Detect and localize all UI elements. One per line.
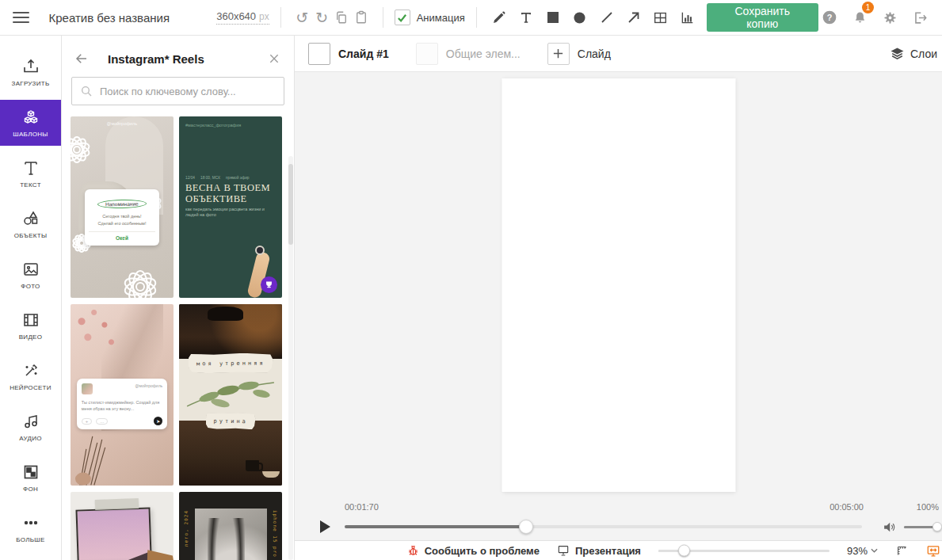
sidebar-item-background[interactable]: ФОН: [0, 452, 61, 503]
help-icon[interactable]: ?: [818, 6, 841, 29]
decor: [208, 307, 242, 321]
template-card-sea-collage[interactable]: [71, 492, 174, 560]
table-tool-icon[interactable]: [650, 6, 672, 29]
decor: [100, 551, 151, 560]
sidebar-label: ТЕКСТ: [20, 181, 41, 189]
sidebar-item-text[interactable]: ТЕКСТ: [0, 148, 61, 199]
torn-label: рутина: [206, 413, 256, 430]
text-icon: [21, 158, 40, 177]
volume-handle[interactable]: [932, 522, 942, 531]
playback-handle[interactable]: [519, 520, 533, 534]
sidebar-item-neural[interactable]: НЕЙРОСЕТИ: [0, 351, 61, 402]
photo-icon: [21, 260, 40, 279]
decor: [255, 246, 265, 255]
sidebar-item-video[interactable]: ВИДЕО: [0, 300, 61, 351]
ellipse-tool-icon[interactable]: [569, 6, 591, 29]
fit-screen-button[interactable]: [926, 544, 940, 558]
add-slide-button[interactable]: [547, 43, 570, 65]
sidebar-item-upload[interactable]: ЗАГРУЗИТЬ: [0, 47, 61, 97]
pencil-tool-icon[interactable]: [488, 6, 510, 29]
chat-message-card: @мойпрофиль Ты стилист-имиджмейкер. Созд…: [77, 379, 167, 430]
chart-tool-icon[interactable]: [677, 6, 699, 29]
slide-thumbnail[interactable]: [308, 43, 330, 65]
more-dots-icon: [21, 513, 40, 532]
search-icon: [80, 85, 93, 97]
template-card-bw-selfie[interactable]: лето, 2024 iphone 15 pro: [179, 492, 282, 560]
layers-button[interactable]: Слои: [890, 46, 939, 61]
presentation-icon: [557, 544, 570, 557]
shared-elements-thumbnail[interactable]: [416, 43, 438, 65]
zoom-slider[interactable]: [658, 550, 829, 552]
animation-toggle[interactable]: Анимация: [395, 10, 465, 25]
report-problem-button[interactable]: Сообщить о проблеме: [407, 544, 540, 557]
text-tool-icon[interactable]: [515, 6, 537, 29]
bug-icon: [407, 544, 419, 557]
play-button[interactable]: [317, 519, 333, 535]
presentation-button[interactable]: Презентация: [557, 544, 641, 557]
sidebar-item-photo[interactable]: ФОТО: [0, 250, 61, 300]
washi-tape: [95, 498, 139, 510]
logout-icon[interactable]: [909, 6, 931, 29]
slides-bar: Слайд #1 Общие элем... Слайд Слои: [295, 36, 942, 72]
add-slide-label[interactable]: Слайд: [578, 48, 611, 60]
play-icon: [319, 520, 330, 533]
close-icon[interactable]: [265, 50, 283, 67]
panel-scrollbar[interactable]: [288, 156, 293, 560]
canvas-size-unit: px: [259, 11, 269, 22]
reminder-badge: Напоминание: [97, 199, 147, 208]
volume-slider[interactable]: [904, 526, 937, 528]
sidebar-item-templates[interactable]: ШАБЛОНЫ: [0, 100, 61, 146]
video-icon: [21, 310, 40, 330]
template-card-morning-routine[interactable]: моя утренняя рутина: [179, 304, 282, 486]
sidebar-label: ВИДЕО: [19, 333, 43, 341]
background-icon: [21, 463, 40, 482]
statusbar: Сообщить о проблеме Презентация 93%: [295, 540, 942, 560]
slide-label[interactable]: Слайд #1: [338, 48, 389, 60]
template-card-stylist-chat[interactable]: @мойпрофиль Ты стилист-имиджмейкер. Созд…: [71, 304, 174, 486]
draw-tools: [488, 6, 699, 29]
save-copy-button[interactable]: Сохранить копию: [707, 3, 818, 32]
volume-icon[interactable]: [883, 521, 896, 533]
zoom-handle[interactable]: [678, 545, 690, 557]
paste-icon[interactable]: [352, 6, 372, 29]
redo-icon[interactable]: ↻: [312, 6, 332, 29]
playback-slider[interactable]: [345, 525, 862, 528]
document-title[interactable]: Креатив без названия: [48, 11, 197, 25]
copy-icon[interactable]: [332, 6, 352, 29]
notifications-bell-icon[interactable]: 1: [849, 6, 871, 29]
menu-icon[interactable]: [13, 8, 29, 27]
templates-panel: Instagram* Reels: [62, 36, 295, 560]
settings-gear-icon[interactable]: [879, 6, 901, 29]
animation-checkbox[interactable]: [395, 10, 410, 25]
back-arrow-icon[interactable]: [73, 50, 90, 67]
canvas-area: 00:01:70 00:05:00 100%: [295, 72, 942, 540]
template-search[interactable]: [71, 77, 284, 105]
sidebar-item-objects[interactable]: ОБЪЕКТЫ: [0, 199, 61, 250]
line-tool-icon[interactable]: [596, 6, 618, 29]
sidebar-label: АУДИО: [19, 435, 42, 442]
slide-canvas[interactable]: [502, 78, 735, 492]
ruler-button[interactable]: [895, 544, 909, 558]
layers-icon: [890, 46, 905, 61]
undo-icon[interactable]: ↺: [292, 6, 312, 29]
plus-icon: [552, 48, 564, 59]
canvas-size-control[interactable]: 360x640 px: [216, 10, 269, 25]
zoom-value-dropdown[interactable]: 93%: [847, 545, 878, 557]
divider: [476, 7, 477, 28]
template-card-reminder[interactable]: @мойпрофиль Напоминание Сегодня твой ден…: [71, 116, 174, 298]
sea-photo: [76, 507, 154, 560]
shared-elements-label[interactable]: Общие элем...: [446, 48, 521, 60]
sidebar-item-more[interactable]: БОЛЬШЕ: [0, 503, 61, 554]
sidebar-item-audio[interactable]: АУДИО: [0, 402, 61, 452]
scrollbar-thumb[interactable]: [288, 164, 293, 245]
templates-panel-header: Instagram* Reels: [62, 36, 294, 75]
playback-progress: [345, 525, 526, 528]
template-card-spring-masterclass[interactable]: #мастеркласс_фотография 12/04 18:00, МСК…: [179, 116, 282, 298]
sidebar: ЗАГРУЗИТЬ ШАБЛОНЫ ТЕКСТ ОБЪЕКТЫ ФО: [0, 36, 62, 560]
templates-icon: [21, 108, 40, 127]
app-window: Креатив без названия 360x640 px ↺ ↻ Аним…: [0, 0, 942, 560]
rectangle-tool-icon[interactable]: [542, 6, 564, 29]
search-input[interactable]: [100, 86, 276, 97]
arrow-tool-icon[interactable]: [623, 6, 645, 29]
divider: [383, 7, 383, 28]
